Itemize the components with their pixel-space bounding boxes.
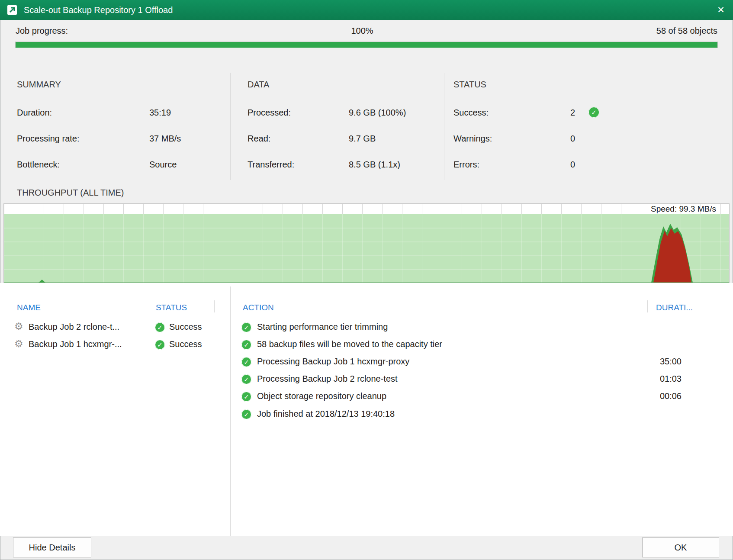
backup-job-icon: [6, 4, 18, 16]
data-value: 9.7 GB: [349, 134, 376, 144]
progress-objects: 58 of 58 objects: [656, 26, 717, 36]
job-progress-label: Job progress:: [16, 26, 68, 36]
header-separator[interactable]: [214, 300, 215, 312]
action-duration: 01:03: [617, 374, 682, 384]
summary-label: Bottleneck:: [17, 160, 60, 170]
progress-labels: Job progress: 100% 58 of 58 objects: [16, 26, 717, 36]
ok-button[interactable]: OK: [642, 537, 719, 557]
progress-bar: [15, 42, 718, 48]
data-value: 8.5 GB (1.1x): [349, 160, 400, 170]
summary-value: Source: [149, 160, 177, 170]
action-text: Starting performance tier trimming: [257, 322, 388, 332]
throughput-heading: THROUGHPUT (ALL TIME): [17, 188, 124, 198]
action-text: 58 backup files will be moved to the cap…: [257, 339, 442, 349]
summary-value: 35:19: [149, 108, 171, 118]
success-check-icon: ✓: [241, 409, 251, 419]
success-check-icon: ✓: [241, 340, 251, 350]
status-label: Success:: [453, 108, 489, 118]
data-heading: DATA: [248, 80, 269, 90]
throughput-chart-canvas: [4, 204, 729, 283]
gear-icon: ⚙: [14, 338, 23, 349]
close-icon[interactable]: ✕: [709, 0, 733, 20]
success-check-icon: ✓: [241, 374, 251, 384]
status-label: Errors:: [453, 160, 479, 170]
job-status: Success: [169, 339, 202, 349]
status-value: 0: [570, 134, 575, 144]
header-separator[interactable]: [146, 300, 146, 312]
status-heading: STATUS: [453, 80, 486, 90]
gear-icon: ⚙: [14, 321, 23, 332]
window-title: Scale-out Backup Repository 1 Offload: [24, 5, 173, 15]
status-value: 2: [570, 108, 575, 118]
action-duration: 00:06: [617, 391, 682, 401]
header-separator[interactable]: [647, 300, 648, 312]
action-text: Processing Backup Job 1 hcxmgr-proxy: [257, 357, 409, 367]
success-check-icon: ✓: [241, 392, 251, 402]
throughput-chart: Speed: 99.3 MB/s: [3, 203, 730, 283]
progress-bar-fill: [16, 42, 717, 48]
status-value: 0: [570, 160, 575, 170]
data-value: 9.6 GB (100%): [349, 108, 406, 118]
job-status: Success: [169, 322, 202, 332]
data-label: Transferred:: [248, 160, 294, 170]
details-pane-divider: [230, 286, 231, 536]
summary-heading: SUMMARY: [17, 80, 61, 90]
action-text: Processing Backup Job 2 rclone-test: [257, 374, 398, 384]
summary-label: Duration:: [17, 108, 52, 118]
success-check-icon: ✓: [241, 357, 251, 367]
column-header-duration[interactable]: DURATI...: [656, 303, 693, 312]
success-check-icon: ✓: [155, 340, 165, 350]
success-check-icon: ✓: [241, 322, 251, 332]
data-label: Read:: [248, 134, 270, 144]
panel-divider-2: [444, 73, 444, 180]
success-check-icon: ✓: [155, 322, 165, 332]
data-label: Processed:: [248, 108, 291, 118]
chart-speed-label: Speed: 99.3 MB/s: [651, 204, 716, 214]
details-section: NAME STATUS ⚙ Backup Job 2 rclone-t... ✓…: [0, 283, 733, 536]
progress-percent: 100%: [351, 26, 373, 36]
action-text: Object storage repository cleanup: [257, 391, 386, 401]
title-bar: Scale-out Backup Repository 1 Offload ✕: [0, 0, 733, 20]
column-header-status[interactable]: STATUS: [156, 303, 187, 312]
job-progress-dialog: Scale-out Backup Repository 1 Offload ✕ …: [0, 0, 733, 560]
summary-value: 37 MB/s: [149, 134, 181, 144]
summary-label: Processing rate:: [17, 134, 80, 144]
column-header-name[interactable]: NAME: [17, 303, 41, 312]
status-label: Warnings:: [453, 134, 492, 144]
panel-divider-1: [230, 73, 231, 180]
hide-details-button[interactable]: Hide Details: [13, 537, 91, 557]
action-text: Job finished at 2018/12/13 19:40:18: [257, 409, 395, 419]
success-check-icon: ✓: [588, 107, 599, 118]
action-duration: 35:00: [617, 357, 682, 367]
column-header-action[interactable]: ACTION: [243, 303, 274, 312]
job-name: Backup Job 2 rclone-t...: [29, 322, 119, 332]
job-name: Backup Job 1 hcxmgr-...: [29, 339, 122, 349]
